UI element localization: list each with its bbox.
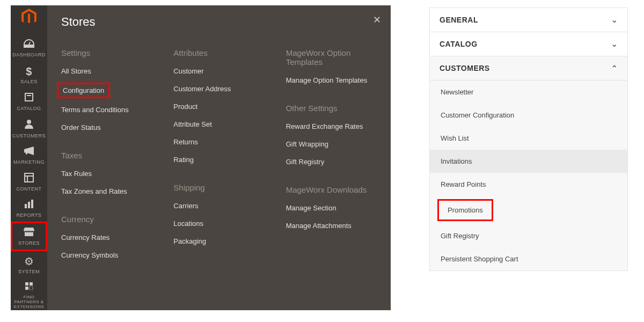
link-gift-wrapping[interactable]: Gift Wrapping — [286, 140, 377, 148]
nav-partners[interactable]: FIND PARTNERS & EXTENSIONS — [11, 278, 47, 313]
nav-customers[interactable]: CUSTOMERS — [11, 115, 47, 142]
svg-rect-3 — [25, 173, 33, 182]
link-locations[interactable]: Locations — [173, 219, 264, 228]
megaphone-icon — [24, 147, 34, 158]
nav-system[interactable]: ⚙ SYSTEM — [11, 251, 47, 278]
svg-rect-11 — [25, 287, 28, 290]
link-manage-attachments[interactable]: Manage Attachments — [286, 222, 377, 230]
link-packaging[interactable]: Packaging — [173, 237, 264, 245]
link-attr-set[interactable]: Attribute Set — [173, 120, 264, 128]
svg-rect-6 — [25, 204, 27, 208]
heading-settings: Settings — [61, 48, 152, 57]
admin-sidebar: DASHBOARD $ SALES CATALOG CUSTOMERS MARK… — [11, 5, 47, 310]
stores-icon — [24, 228, 34, 239]
dashboard-icon — [24, 39, 34, 50]
cfg-persistent[interactable]: Persistent Shopping Cart — [430, 247, 627, 270]
link-manage-templates[interactable]: Manage Option Templates — [286, 76, 377, 84]
svg-rect-10 — [30, 282, 33, 286]
link-currency-rates[interactable]: Currency Rates — [61, 233, 152, 241]
heading-other-settings: Other Settings — [286, 104, 377, 113]
panel-col-1: Settings All Stores Configuration Terms … — [61, 45, 152, 269]
heading-taxes: Taxes — [61, 151, 152, 160]
link-manage-section[interactable]: Manage Section — [286, 204, 377, 212]
link-attr-product[interactable]: Product — [173, 103, 264, 111]
nav-catalog[interactable]: CATALOG — [11, 88, 47, 115]
link-order-status[interactable]: Order Status — [61, 123, 152, 131]
chevron-up-icon: ⌃ — [611, 64, 618, 72]
chevron-down-icon: ⌄ — [611, 40, 618, 48]
svg-rect-7 — [28, 202, 30, 208]
link-attr-returns[interactable]: Returns — [173, 138, 264, 146]
nav-dashboard[interactable]: DASHBOARD — [11, 35, 47, 61]
cfg-gift-registry[interactable]: Gift Registry — [430, 224, 627, 247]
link-gift-registry[interactable]: Gift Registry — [286, 158, 377, 166]
close-icon[interactable]: ✕ — [373, 14, 381, 26]
cfg-newsletter[interactable]: Newsletter — [430, 80, 627, 104]
svg-rect-12 — [30, 287, 33, 290]
link-attr-customer[interactable]: Customer — [173, 67, 264, 75]
catalog-icon — [24, 92, 34, 105]
partners-icon — [24, 281, 34, 294]
svg-rect-9 — [25, 282, 28, 286]
link-carriers[interactable]: Carriers — [173, 202, 264, 210]
nav-content[interactable]: CONTENT — [11, 169, 47, 196]
link-tax-rules[interactable]: Tax Rules — [61, 170, 152, 178]
panel-col-3: MageWorx Option Templates Manage Option … — [286, 45, 377, 269]
link-terms[interactable]: Terms and Conditions — [61, 106, 152, 114]
link-all-stores[interactable]: All Stores — [61, 67, 152, 75]
link-currency-symbols[interactable]: Currency Symbols — [61, 251, 152, 259]
stores-flyout-panel: Stores ✕ Settings All Stores Configurati… — [47, 5, 391, 310]
panel-title: Stores — [61, 15, 377, 29]
reports-icon — [24, 200, 34, 211]
cfg-customer-config[interactable]: Customer Configuration — [430, 104, 627, 127]
dollar-icon: $ — [26, 65, 32, 77]
nav-stores[interactable]: STORES — [11, 222, 47, 251]
content-icon — [24, 173, 34, 185]
svg-rect-0 — [25, 93, 33, 101]
link-attr-rating[interactable]: Rating — [173, 156, 264, 164]
heading-mw-downloads: MageWorx Downloads — [286, 185, 377, 194]
config-accordion: GENERAL ⌄ CATALOG ⌄ CUSTOMERS ⌃ Newslett… — [429, 8, 628, 271]
acc-customers-body: Newsletter Customer Configuration Wish L… — [430, 80, 627, 270]
nav-marketing[interactable]: MARKETING — [11, 142, 47, 169]
heading-shipping: Shipping — [173, 183, 264, 192]
cfg-promotions[interactable]: Promotions — [437, 199, 493, 221]
cfg-invitations[interactable]: Invitations — [430, 150, 627, 173]
panel-col-2: Attributes Customer Customer Address Pro… — [173, 45, 264, 269]
nav-reports[interactable]: REPORTS — [11, 195, 47, 222]
cfg-wish-list[interactable]: Wish List — [430, 127, 627, 150]
link-reward-rates[interactable]: Reward Exchange Rates — [286, 122, 377, 130]
customers-icon — [25, 119, 33, 131]
link-tax-zones[interactable]: Tax Zones and Rates — [61, 187, 152, 195]
svg-point-2 — [27, 120, 31, 124]
svg-rect-8 — [31, 200, 33, 208]
nav-sales[interactable]: $ SALES — [11, 61, 47, 88]
heading-currency: Currency — [61, 215, 152, 224]
acc-catalog[interactable]: CATALOG ⌄ — [430, 32, 627, 56]
svg-rect-1 — [27, 95, 31, 96]
acc-general[interactable]: GENERAL ⌄ — [430, 8, 627, 32]
heading-mw-templates: MageWorx Option Templates — [286, 48, 377, 67]
gear-icon: ⚙ — [24, 255, 34, 267]
chevron-down-icon: ⌄ — [611, 16, 618, 24]
heading-attributes: Attributes — [173, 48, 264, 57]
acc-customers[interactable]: CUSTOMERS ⌃ — [430, 56, 627, 80]
link-attr-customer-address[interactable]: Customer Address — [173, 85, 264, 93]
magento-logo[interactable] — [21, 9, 36, 27]
link-configuration[interactable]: Configuration — [57, 83, 110, 98]
cfg-reward-points[interactable]: Reward Points — [430, 173, 627, 196]
